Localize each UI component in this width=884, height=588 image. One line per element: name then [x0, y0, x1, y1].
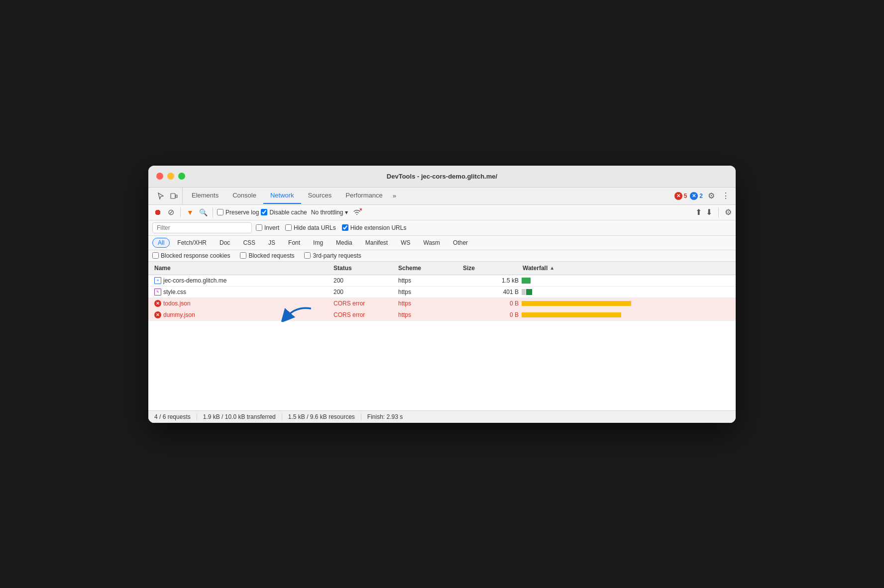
third-party-checkbox[interactable]: [304, 252, 311, 259]
error-badge-blue[interactable]: ✕ 2: [690, 192, 703, 200]
row2-waterfall: [521, 287, 732, 297]
svg-rect-0: [171, 194, 175, 198]
filter-btn-media[interactable]: Media: [331, 238, 358, 248]
svg-rect-1: [176, 195, 177, 197]
filter-btn-js[interactable]: JS: [263, 238, 281, 248]
maximize-button[interactable]: [178, 173, 185, 180]
row3-name: ✕ todos.json: [152, 298, 332, 308]
filter-btn-all[interactable]: All: [152, 238, 170, 248]
css-icon: ✎: [154, 289, 161, 295]
row3-scheme: https: [396, 298, 461, 308]
download-icon[interactable]: ⬇: [706, 207, 712, 217]
toolbar: ⏺ ⊘ ▼ 🔍 Preserve log Disable cache No th…: [148, 205, 736, 220]
hide-extension-urls-checkbox[interactable]: [342, 224, 348, 231]
tab-performance[interactable]: Performance: [338, 188, 389, 204]
toolbar-separator-2: [213, 207, 213, 217]
traffic-lights: [156, 173, 185, 180]
record-button[interactable]: ⏺: [152, 207, 163, 218]
filter-btn-other[interactable]: Other: [447, 238, 473, 248]
error-x-icon: ✕: [154, 300, 161, 307]
filter-input[interactable]: [152, 222, 252, 233]
row3-waterfall: [521, 298, 732, 309]
settings-gear-icon[interactable]: ⚙: [706, 189, 717, 202]
blocked-requests-label[interactable]: Blocked requests: [240, 252, 294, 259]
throttle-select[interactable]: No throttling ▾: [309, 208, 350, 217]
row2-name: ✎ style.css: [152, 287, 332, 297]
resources-status: 1.5 kB / 9.6 kB resources: [282, 413, 361, 420]
filter-btn-fetch-xhr[interactable]: Fetch/XHR: [172, 238, 212, 248]
row4-scheme: https: [396, 310, 461, 320]
table-row[interactable]: ≡ jec-cors-demo.glitch.me 200 https 1.5 …: [148, 275, 736, 287]
upload-icon[interactable]: ⬆: [695, 207, 702, 217]
filter-btn-doc[interactable]: Doc: [214, 238, 235, 248]
network-table: Name Status Scheme Size Waterfall ▲ ≡ je…: [148, 262, 736, 410]
disable-cache-checkbox[interactable]: [261, 209, 267, 215]
more-tabs-button[interactable]: »: [390, 188, 399, 203]
window-title: DevTools - jec-cors-demo.glitch.me/: [387, 173, 497, 180]
col-header-scheme[interactable]: Scheme: [396, 264, 461, 273]
row3-size: 0 B: [461, 298, 521, 308]
preserve-log-label[interactable]: Preserve log: [217, 209, 259, 216]
devtools-window: DevTools - jec-cors-demo.glitch.me/ Elem…: [148, 166, 736, 423]
devtools-body: Elements Console Network Sources Perform…: [148, 188, 736, 423]
filter-btn-img[interactable]: Img: [308, 238, 329, 248]
error-x-icon: ✕: [154, 311, 161, 318]
wifi-icon[interactable]: [352, 207, 362, 217]
table-row[interactable]: ✕ dummy.json CORS error https 0 B: [148, 309, 736, 321]
col-header-size[interactable]: Size: [461, 264, 521, 273]
chevron-down-icon: ▾: [345, 209, 348, 216]
table-row[interactable]: ✕ todos.json CORS error https 0 B: [148, 298, 736, 309]
tab-console[interactable]: Console: [225, 188, 263, 204]
tab-sources[interactable]: Sources: [301, 188, 339, 204]
row4-size: 0 B: [461, 310, 521, 320]
clear-button[interactable]: ⊘: [165, 207, 176, 218]
filter-btn-wasm[interactable]: Wasm: [418, 238, 446, 248]
network-settings-icon[interactable]: ⚙: [725, 207, 732, 217]
third-party-label[interactable]: 3rd-party requests: [304, 252, 361, 259]
disable-cache-label[interactable]: Disable cache: [261, 209, 307, 216]
empty-area: [148, 321, 736, 410]
tab-elements[interactable]: Elements: [185, 188, 225, 204]
hide-data-urls-label[interactable]: Hide data URLs: [285, 224, 336, 231]
toolbar-separator-3: [718, 207, 719, 217]
filter-types-row: All Fetch/XHR Doc CSS JS Font Img Media …: [148, 236, 736, 250]
blocked-cookies-checkbox[interactable]: [152, 252, 159, 259]
row2-status: 200: [332, 287, 396, 297]
filter-btn-font[interactable]: Font: [283, 238, 306, 248]
error-badge-red[interactable]: ✕ 5: [674, 192, 687, 200]
preserve-log-checkbox[interactable]: [217, 209, 223, 215]
row1-size: 1.5 kB: [461, 276, 521, 286]
more-options-icon[interactable]: ⋮: [720, 189, 732, 202]
filter-row: Invert Hide data URLs Hide extension URL…: [148, 220, 736, 236]
hide-extension-urls-label[interactable]: Hide extension URLs: [342, 224, 407, 231]
filter-icon[interactable]: ▼: [185, 207, 196, 218]
table-row[interactable]: ✎ style.css 200 https 401 B: [148, 287, 736, 298]
invert-label[interactable]: Invert: [256, 224, 279, 231]
error-icon-blue: ✕: [690, 192, 698, 200]
invert-checkbox[interactable]: [256, 224, 262, 231]
col-header-name[interactable]: Name: [152, 264, 332, 273]
device-icon[interactable]: [169, 192, 178, 200]
close-button[interactable]: [156, 173, 163, 180]
row4-waterfall: [521, 309, 732, 320]
col-header-waterfall[interactable]: Waterfall ▲: [521, 264, 732, 273]
titlebar: DevTools - jec-cors-demo.glitch.me/: [148, 166, 736, 188]
nav-icons: [152, 188, 183, 204]
blocked-requests-checkbox[interactable]: [240, 252, 246, 259]
blocked-cookies-label[interactable]: Blocked response cookies: [152, 252, 230, 259]
error-count-red: 5: [684, 193, 687, 199]
filter-btn-ws[interactable]: WS: [395, 238, 416, 248]
col-header-status[interactable]: Status: [332, 264, 396, 273]
filter-btn-manifest[interactable]: Manifest: [360, 238, 393, 248]
search-icon[interactable]: 🔍: [198, 207, 209, 218]
hide-data-urls-checkbox[interactable]: [285, 224, 292, 231]
row4-status: CORS error: [332, 310, 396, 320]
tab-network[interactable]: Network: [263, 188, 301, 204]
error-icon-red: ✕: [674, 192, 682, 200]
cursor-icon[interactable]: [156, 192, 165, 200]
toolbar-right: ⬆ ⬇ ⚙: [695, 207, 732, 217]
filter-btn-css[interactable]: CSS: [237, 238, 261, 248]
transferred-status: 1.9 kB / 10.0 kB transferred: [197, 413, 282, 420]
requests-status: 4 / 6 requests: [154, 413, 197, 420]
minimize-button[interactable]: [167, 173, 174, 180]
